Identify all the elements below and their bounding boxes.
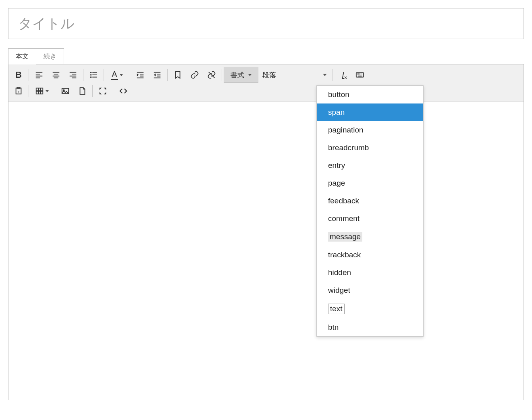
svg-rect-5	[36, 88, 43, 94]
keyboard-button[interactable]	[351, 67, 368, 83]
align-left-button[interactable]	[31, 67, 48, 83]
editor-tabs: 本文 続き	[8, 48, 524, 64]
chevron-down-icon	[120, 74, 123, 76]
separator	[29, 69, 29, 81]
file-button[interactable]	[74, 83, 91, 99]
format-menu-item[interactable]: feedback	[317, 192, 423, 210]
link-button[interactable]	[186, 67, 203, 83]
clear-format-icon: I✕	[342, 70, 344, 80]
bullet-list-button[interactable]	[85, 67, 102, 83]
separator	[55, 85, 55, 97]
format-menu-item[interactable]: entry	[317, 157, 423, 174]
separator	[83, 69, 83, 81]
toolbar: B A	[8, 64, 524, 102]
file-icon	[78, 87, 87, 95]
indent-icon	[136, 70, 145, 79]
format-dropdown-label: 書式	[231, 70, 244, 80]
link-icon	[190, 70, 199, 79]
format-dropdown[interactable]: 書式	[224, 67, 258, 83]
title-input[interactable]	[8, 8, 524, 39]
image-icon	[61, 87, 70, 95]
align-center-icon	[52, 70, 60, 79]
outdent-icon	[153, 70, 162, 79]
separator	[130, 69, 130, 81]
svg-point-0	[90, 72, 92, 74]
format-menu-item[interactable]: hidden	[317, 264, 423, 281]
source-code-button[interactable]	[115, 83, 132, 99]
format-menu-item[interactable]: message	[317, 228, 423, 246]
format-menu: buttonspanpaginationbreadcrumbentrypagef…	[316, 85, 424, 337]
bold-icon: B	[15, 70, 22, 80]
format-menu-item[interactable]: pagination	[317, 121, 423, 139]
format-menu-item[interactable]: text	[317, 299, 423, 319]
svg-point-2	[90, 77, 92, 78]
chevron-down-icon	[46, 90, 49, 92]
format-menu-item[interactable]: trackback	[317, 246, 423, 264]
format-menu-item[interactable]: breadcrumb	[317, 139, 423, 157]
align-right-icon	[69, 70, 77, 79]
paragraph-select-label: 段落	[262, 70, 276, 80]
content-area[interactable]	[8, 102, 524, 400]
fullscreen-button[interactable]	[94, 83, 111, 99]
fullscreen-icon	[98, 87, 107, 95]
align-left-icon	[35, 70, 44, 79]
paste-text-button[interactable]: T	[10, 83, 27, 99]
separator	[332, 69, 333, 81]
bookmark-icon	[173, 70, 182, 79]
separator	[167, 69, 168, 81]
table-button[interactable]	[31, 83, 53, 99]
separator	[92, 85, 93, 97]
format-menu-item[interactable]: widget	[317, 281, 423, 299]
indent-button[interactable]	[132, 67, 149, 83]
tab-more[interactable]: 続き	[36, 48, 64, 64]
paragraph-select[interactable]: 段落	[258, 67, 331, 83]
outdent-button[interactable]	[149, 67, 166, 83]
svg-text:T: T	[18, 90, 20, 94]
bold-button[interactable]: B	[10, 67, 27, 83]
text-color-icon: A	[111, 70, 118, 80]
paste-text-icon: T	[14, 87, 23, 95]
format-menu-item[interactable]: button	[317, 86, 423, 103]
image-button[interactable]	[57, 83, 74, 99]
unlink-icon	[207, 70, 216, 79]
text-color-button[interactable]: A	[106, 67, 128, 83]
format-menu-item[interactable]: span	[317, 103, 423, 121]
clear-format-button[interactable]: I✕	[335, 67, 351, 83]
separator	[29, 85, 29, 97]
format-menu-item[interactable]: page	[317, 174, 423, 192]
svg-point-1	[90, 74, 92, 76]
separator	[104, 69, 104, 81]
tab-body[interactable]: 本文	[8, 48, 36, 64]
align-right-button[interactable]	[64, 67, 81, 83]
unlink-button[interactable]	[203, 67, 220, 83]
format-menu-item[interactable]: comment	[317, 210, 423, 228]
chevron-down-icon	[248, 74, 251, 76]
bookmark-button[interactable]	[169, 67, 186, 83]
editor: B A	[8, 64, 524, 400]
table-icon	[35, 87, 44, 95]
chevron-down-icon	[323, 74, 327, 76]
align-center-button[interactable]	[48, 67, 64, 83]
code-icon	[119, 87, 128, 95]
separator	[222, 69, 222, 81]
keyboard-icon	[355, 70, 364, 79]
format-menu-item[interactable]: btn	[317, 319, 423, 336]
bullet-list-icon	[89, 70, 98, 79]
separator	[113, 85, 113, 97]
